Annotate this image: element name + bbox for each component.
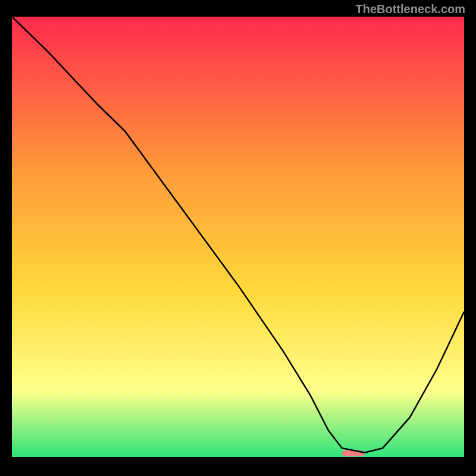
chart-plot [12, 17, 464, 457]
watermark-text: TheBottleneck.com [356, 2, 465, 16]
chart-svg [12, 17, 464, 457]
chart-frame: TheBottleneck.com [0, 0, 476, 476]
plot-background [12, 17, 464, 457]
